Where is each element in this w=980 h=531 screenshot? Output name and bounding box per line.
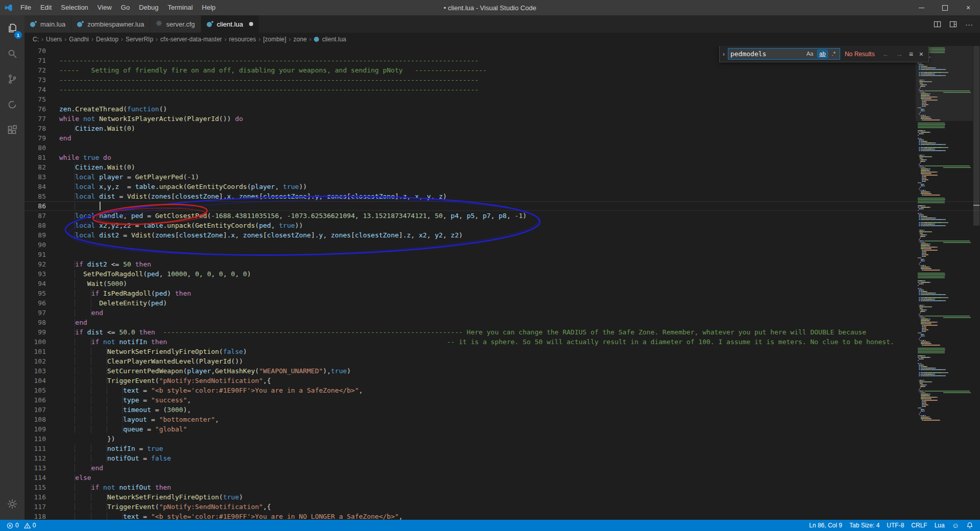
line-number[interactable]: 94 [24, 279, 59, 288]
line-number[interactable]: 114 [24, 473, 59, 482]
line-number[interactable]: 93 [24, 269, 59, 279]
more-actions-icon[interactable]: ··· [965, 20, 973, 29]
debug-icon[interactable] [0, 92, 24, 117]
code-line-88[interactable]: 88 local x2,y2,z2 = table.unpack(GetEnti… [24, 221, 980, 230]
line-number[interactable]: 98 [24, 318, 59, 327]
code-line-95[interactable]: 95 if IsPedRagdoll(ped) then [24, 288, 980, 298]
line-number[interactable]: 117 [24, 502, 59, 512]
line-number[interactable]: 108 [24, 415, 59, 424]
code-line-74[interactable]: 74--------------------------------------… [24, 85, 980, 94]
code-line-77[interactable]: 77while not NetworkIsPlayerActive(Player… [24, 114, 980, 124]
breadcrumb-item[interactable]: Gandhi [68, 36, 89, 43]
line-number[interactable]: 84 [24, 182, 59, 191]
line-number[interactable]: 75 [24, 94, 59, 104]
code-line-97[interactable]: 97 end [24, 308, 980, 318]
code-line-104[interactable]: 104 TriggerEvent("pNotify:SendNotificati… [24, 376, 980, 385]
line-number[interactable]: 113 [24, 463, 59, 473]
status-tab-size-4[interactable]: Tab Size: 4 [846, 520, 883, 531]
code-line-92[interactable]: 92 if dist2 <= 50 then [24, 259, 980, 269]
code-line-75[interactable]: 75 [24, 94, 980, 104]
menu-file[interactable]: File [16, 0, 36, 15]
status-ln-86-col-9[interactable]: Ln 86, Col 9 [805, 520, 846, 531]
code-line-78[interactable]: 78 Citizen.Wait(0) [24, 124, 980, 133]
feedback-smiley-icon[interactable]: ☺ [948, 520, 963, 531]
tab-client-lua[interactable]: client.lua [201, 15, 259, 33]
breadcrumb-item[interactable]: Desktop [95, 36, 119, 43]
code-line-99[interactable]: 99 if dist <= 50.0 then ----------------… [24, 327, 980, 337]
whole-word-toggle[interactable]: ab [817, 50, 827, 58]
code-line-93[interactable]: 93 SetPedToRagdoll(ped, 10000, 0, 0, 0, … [24, 269, 980, 279]
line-number[interactable]: 101 [24, 347, 59, 356]
code-line-86[interactable]: 86 [24, 201, 980, 211]
code-line-100[interactable]: 100 if not notifIn then -- it is a spher… [24, 337, 980, 347]
status-crlf[interactable]: CRLF [908, 520, 930, 531]
code-line-81[interactable]: 81while true do [24, 153, 980, 162]
menu-go[interactable]: Go [116, 0, 134, 15]
manage-gear-icon[interactable] [0, 491, 24, 517]
code-line-105[interactable]: 105 text = "<b style='color:#1E90FF'>You… [24, 385, 980, 395]
line-number[interactable]: 111 [24, 444, 59, 453]
menu-debug[interactable]: Debug [134, 0, 163, 15]
scrollbar-thumb[interactable] [973, 46, 979, 226]
line-number[interactable]: 99 [24, 327, 59, 337]
line-number[interactable]: 100 [24, 337, 59, 347]
code-line-98[interactable]: 98 end [24, 318, 980, 327]
code-line-87[interactable]: 87 local handle, ped = GetClosestPed(-16… [24, 211, 980, 221]
code-line-114[interactable]: 114 else [24, 473, 980, 482]
status-utf-8[interactable]: UTF-8 [883, 520, 908, 531]
status-lua[interactable]: Lua [931, 520, 948, 531]
line-number[interactable]: 74 [24, 85, 59, 94]
find-in-selection-button[interactable]: ≡ [906, 50, 916, 58]
breadcrumb-item[interactable]: client.lua [322, 36, 347, 43]
line-number[interactable]: 91 [24, 250, 59, 259]
minimap[interactable] [916, 46, 973, 520]
line-number[interactable]: 71 [24, 56, 59, 65]
code-line-115[interactable]: 115 if not notifOut then [24, 482, 980, 492]
split-editor-icon[interactable] [934, 20, 941, 28]
line-number[interactable]: 95 [24, 288, 59, 298]
menu-edit[interactable]: Edit [36, 0, 56, 15]
code-line-80[interactable]: 80 [24, 143, 980, 153]
line-number[interactable]: 83 [24, 172, 59, 182]
code-line-84[interactable]: 84 local x,y,z = table.unpack(GetEntityC… [24, 182, 980, 191]
breadcrumb-item[interactable]: Users [45, 36, 62, 43]
line-number[interactable]: 88 [24, 221, 59, 230]
code-line-110[interactable]: 110 }) [24, 434, 980, 444]
breadcrumb-item[interactable]: resources [229, 36, 257, 43]
explorer-icon[interactable]: 1 [0, 15, 24, 41]
line-number[interactable]: 77 [24, 114, 59, 124]
code-area[interactable]: 7071------------------------------------… [24, 46, 980, 520]
notifications-bell-icon[interactable] [963, 520, 977, 531]
line-number[interactable]: 104 [24, 376, 59, 385]
line-number[interactable]: 76 [24, 104, 59, 114]
code-line-73[interactable]: 73--------------------------------------… [24, 75, 980, 85]
code-editor[interactable]: 7071------------------------------------… [24, 46, 980, 520]
menu-view[interactable]: View [93, 0, 116, 15]
modified-dot-icon[interactable] [249, 22, 253, 26]
breadcrumb-item[interactable]: ServerRIp [125, 36, 154, 43]
code-line-117[interactable]: 117 TriggerEvent("pNotify:SendNotificati… [24, 502, 980, 512]
line-number[interactable]: 92 [24, 259, 59, 269]
problems-indicator[interactable]: 0 0 [3, 520, 39, 531]
code-line-103[interactable]: 103 SetCurrentPedWeapon(player,GetHashKe… [24, 366, 980, 376]
line-number[interactable]: 116 [24, 492, 59, 502]
line-number[interactable]: 115 [24, 482, 59, 492]
regex-toggle[interactable]: .* [830, 50, 838, 58]
code-line-85[interactable]: 85 local dist = Vdist(zones[closestZone]… [24, 191, 980, 201]
next-match-button[interactable]: → [893, 50, 906, 58]
code-line-107[interactable]: 107 timeout = (3000), [24, 405, 980, 415]
line-number[interactable]: 118 [24, 512, 59, 520]
vertical-scrollbar[interactable] [973, 46, 980, 520]
code-line-94[interactable]: 94 Wait(5000) [24, 279, 980, 288]
menu-terminal[interactable]: Terminal [163, 0, 197, 15]
minimize-button[interactable] [910, 0, 933, 15]
line-number[interactable]: 90 [24, 240, 59, 250]
code-line-109[interactable]: 109 queue = "global" [24, 424, 980, 434]
breadcrumb-item[interactable]: cfx-server-data-master [160, 36, 223, 43]
line-number[interactable]: 107 [24, 405, 59, 415]
code-line-90[interactable]: 90 [24, 240, 980, 250]
previous-match-button[interactable]: ← [879, 50, 893, 58]
line-number[interactable]: 109 [24, 424, 59, 434]
breadcrumb-item[interactable]: zone [293, 36, 307, 43]
breadcrumb-item[interactable]: [zombie] [263, 36, 287, 43]
